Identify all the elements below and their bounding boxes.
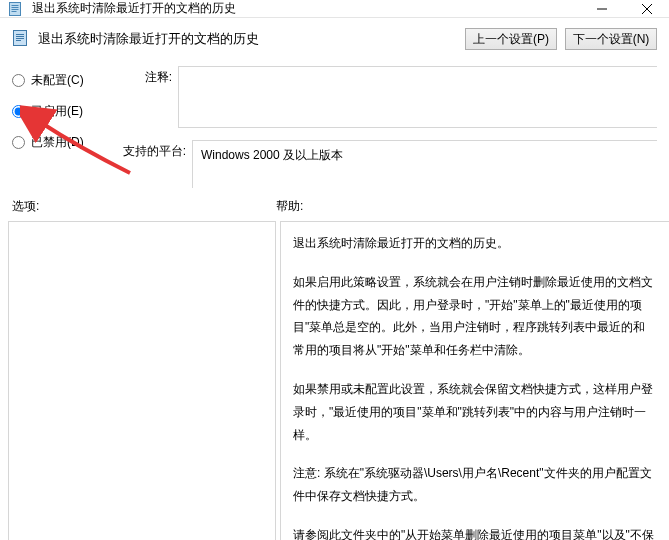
radio-enabled-label: 已启用(E) xyxy=(31,103,83,120)
radio-not-configured[interactable] xyxy=(12,74,25,87)
document-icon xyxy=(8,1,24,17)
svg-rect-4 xyxy=(12,11,17,12)
comment-label: 注释: xyxy=(118,66,178,86)
minimize-button[interactable] xyxy=(579,0,624,17)
svg-rect-9 xyxy=(16,40,21,41)
comment-textarea[interactable] xyxy=(178,66,657,128)
svg-rect-8 xyxy=(16,38,24,39)
svg-rect-6 xyxy=(16,34,24,35)
help-para: 请参阅此文件夹中的"从开始菜单删除最近使用的项目菜单"以及"不保留最近打开文档的… xyxy=(293,524,657,540)
radio-enabled[interactable] xyxy=(12,105,25,118)
radio-disabled[interactable] xyxy=(12,136,25,149)
radio-disabled-label: 已禁用(D) xyxy=(31,134,84,151)
help-label: 帮助: xyxy=(276,198,657,215)
svg-rect-2 xyxy=(12,7,19,8)
policy-icon xyxy=(12,29,30,50)
supported-on-value: Windows 2000 及以上版本 xyxy=(192,140,657,188)
options-label: 选项: xyxy=(12,198,276,215)
supported-on-label: 支持的平台: xyxy=(118,140,192,188)
options-pane xyxy=(8,221,276,540)
state-radio-group: 未配置(C) 已启用(E) 已禁用(D) xyxy=(12,66,118,188)
window-title: 退出系统时清除最近打开的文档的历史 xyxy=(32,0,236,17)
header-row: 退出系统时清除最近打开的文档的历史 上一个设置(P) 下一个设置(N) xyxy=(0,18,669,66)
policy-title: 退出系统时清除最近打开的文档的历史 xyxy=(38,30,259,48)
close-button[interactable] xyxy=(624,0,669,17)
help-para: 如果启用此策略设置，系统就会在用户注销时删除最近使用的文档文件的快捷方式。因此，… xyxy=(293,271,657,362)
help-para: 注意: 系统在"系统驱动器\Users\用户名\Recent"文件夹的用户配置文… xyxy=(293,462,657,508)
help-para: 退出系统时清除最近打开的文档的历史。 xyxy=(293,232,657,255)
svg-rect-7 xyxy=(16,36,24,37)
next-setting-button[interactable]: 下一个设置(N) xyxy=(565,28,657,50)
radio-not-configured-label: 未配置(C) xyxy=(31,72,84,89)
help-pane[interactable]: 退出系统时清除最近打开的文档的历史。 如果启用此策略设置，系统就会在用户注销时删… xyxy=(280,221,669,540)
help-para: 如果禁用或未配置此设置，系统就会保留文档快捷方式，这样用户登录时，"最近使用的项… xyxy=(293,378,657,446)
svg-rect-3 xyxy=(12,9,19,10)
window-titlebar: 退出系统时清除最近打开的文档的历史 xyxy=(0,0,669,18)
svg-rect-1 xyxy=(12,5,19,6)
prev-setting-button[interactable]: 上一个设置(P) xyxy=(465,28,557,50)
